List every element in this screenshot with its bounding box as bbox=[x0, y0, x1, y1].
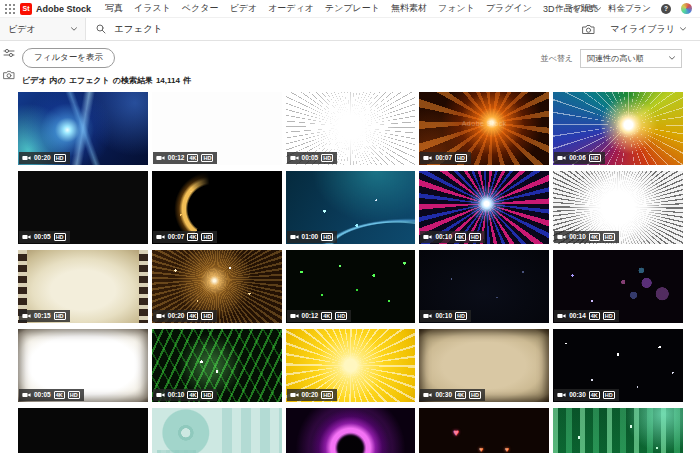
duration-text: 00:10 bbox=[435, 234, 452, 241]
duration-text: 00:12 bbox=[302, 313, 319, 320]
adobe-stock-logo-icon: St bbox=[20, 3, 32, 15]
video-tile-dense-sunburst[interactable]: 00:104KHD bbox=[553, 171, 683, 244]
video-tile-laser-burst[interactable]: 00:104KHD bbox=[419, 171, 549, 244]
video-camera-icon bbox=[423, 313, 432, 319]
duration-badge: 00:304KHD bbox=[554, 389, 619, 401]
searchbar-right: マイライブラリ bbox=[582, 23, 700, 36]
nav-item-ベクター[interactable]: ベクター bbox=[182, 2, 219, 15]
video-tile-green-specks[interactable]: 00:124KHD bbox=[286, 250, 416, 323]
sell-work-link[interactable]: 作品を販売 bbox=[555, 3, 598, 15]
quality-chip: HD bbox=[201, 312, 213, 320]
avatar[interactable] bbox=[681, 3, 692, 14]
quality-chip: 4K bbox=[589, 312, 600, 320]
quality-chip: HD bbox=[54, 312, 66, 320]
duration-badge: 00:124KHD bbox=[287, 310, 352, 322]
video-tile-black-frame2[interactable] bbox=[18, 408, 148, 453]
video-tile-starfield[interactable]: 00:304KHD bbox=[553, 329, 683, 402]
quality-chip: HD bbox=[54, 154, 66, 162]
video-tile-old-film[interactable]: 00:15HD bbox=[18, 250, 148, 323]
category-value: ビデオ bbox=[8, 23, 36, 36]
video-tile-purple-bokeh[interactable]: 00:144KHD bbox=[553, 250, 683, 323]
video-tile-matrix-green[interactable]: 00:104KHD bbox=[152, 329, 282, 402]
quality-chip: 4K bbox=[321, 312, 332, 320]
visual-search-camera-icon[interactable] bbox=[582, 24, 595, 35]
show-filters-button[interactable]: フィルターを表示 bbox=[22, 48, 115, 68]
video-tile-white-vignette[interactable]: 00:054KHD bbox=[18, 329, 148, 402]
nav-item-プラグイン[interactable]: プラグイン bbox=[486, 2, 532, 15]
video-tile-sepia-frame[interactable]: 00:304KHD bbox=[419, 329, 549, 402]
duration-badge: 00:05HD bbox=[19, 231, 70, 243]
video-tile-blue-waves[interactable]: 01:00HD bbox=[286, 171, 416, 244]
nav-item-写真[interactable]: 写真 bbox=[105, 2, 123, 15]
quality-chip: HD bbox=[469, 391, 481, 399]
video-tile-dark-dots[interactable]: 00:10HD bbox=[419, 250, 549, 323]
visual-search-camera-icon-small[interactable] bbox=[3, 70, 15, 80]
nav-item-オーディオ[interactable]: オーディオ bbox=[268, 2, 314, 15]
duration-badge: 00:10HD bbox=[420, 310, 471, 322]
quality-chip: HD bbox=[321, 233, 333, 241]
quality-chip: 4K bbox=[54, 391, 65, 399]
video-tile-green-curtain[interactable] bbox=[553, 408, 683, 453]
video-tile-gold-ring[interactable]: 00:074KHD bbox=[152, 171, 282, 244]
video-camera-icon bbox=[290, 392, 299, 398]
quality-chip: 4K bbox=[187, 233, 198, 241]
video-tile-white-blank[interactable]: 00:124KHD bbox=[152, 92, 282, 165]
category-dropdown[interactable]: ビデオ bbox=[0, 18, 86, 40]
pricing-link[interactable]: 料金プラン bbox=[608, 3, 651, 15]
video-camera-icon bbox=[156, 234, 165, 240]
quality-chip: HD bbox=[201, 154, 213, 162]
video-tile-teal-illustration[interactable] bbox=[152, 408, 282, 453]
duration-badge: 00:20HD bbox=[287, 389, 338, 401]
duration-text: 00:10 bbox=[168, 392, 185, 399]
nav-item-無料素材[interactable]: 無料素材 bbox=[391, 2, 427, 15]
video-camera-icon bbox=[156, 392, 165, 398]
video-camera-icon bbox=[423, 234, 432, 240]
video-camera-icon bbox=[22, 155, 31, 161]
help-icon[interactable]: ? bbox=[661, 4, 671, 14]
video-tile-rainbow-burst[interactable]: 00:06HD bbox=[553, 92, 683, 165]
duration-badge: 00:104KHD bbox=[153, 389, 218, 401]
duration-text: 01:00 bbox=[302, 234, 319, 241]
search-input[interactable] bbox=[112, 23, 582, 36]
duration-text: 00:06 bbox=[569, 155, 586, 162]
nav-item-テンプレート[interactable]: テンプレート bbox=[325, 2, 380, 15]
search-icon bbox=[96, 24, 106, 34]
sort-dropdown[interactable]: 関連性の高い順 bbox=[580, 49, 682, 68]
adobe-stock-logo[interactable]: St Adobe Stock bbox=[20, 3, 91, 15]
video-tile-yellow-burst[interactable]: 00:20HD bbox=[286, 329, 416, 402]
quality-chip: HD bbox=[603, 233, 615, 241]
quality-chip: 4K bbox=[589, 391, 600, 399]
nav-item-イラスト[interactable]: イラスト bbox=[134, 2, 171, 15]
duration-text: 00:05 bbox=[34, 234, 51, 241]
video-tile-black-frame[interactable]: 00:05HD bbox=[18, 171, 148, 244]
watermark: Adobe Stock bbox=[462, 119, 507, 126]
nav-item-3D[interactable]: 3D bbox=[543, 4, 555, 14]
app-grid-icon[interactable] bbox=[5, 4, 15, 14]
quality-chip: HD bbox=[54, 233, 66, 241]
video-tile-blue-lightning[interactable]: 00:20HD bbox=[18, 92, 148, 165]
duration-badge: 00:104KHD bbox=[554, 231, 619, 243]
video-tile-plasma-ring[interactable] bbox=[286, 408, 416, 453]
duration-text: 00:07 bbox=[435, 155, 452, 162]
video-tile-fire-burst[interactable]: Adobe Stock00:07HD bbox=[419, 92, 549, 165]
duration-text: 00:07 bbox=[168, 234, 185, 241]
sort-value: 関連性の高い順 bbox=[587, 53, 643, 64]
duration-text: 00:30 bbox=[435, 392, 452, 399]
filter-toggle-icon[interactable] bbox=[3, 48, 15, 58]
duration-badge: 00:074KHD bbox=[153, 231, 218, 243]
chevron-down-icon bbox=[680, 27, 686, 31]
nav-item-ビデオ[interactable]: ビデオ bbox=[230, 2, 258, 15]
video-camera-icon bbox=[156, 313, 165, 319]
video-camera-icon bbox=[22, 313, 31, 319]
left-rail bbox=[3, 48, 15, 80]
quality-chip: HD bbox=[603, 312, 615, 320]
quality-chip: HD bbox=[201, 233, 213, 241]
nav-item-フォント[interactable]: フォント bbox=[438, 2, 475, 15]
video-tile-gold-dust[interactable]: 00:204KHD bbox=[152, 250, 282, 323]
quality-chip: HD bbox=[321, 391, 333, 399]
video-tile-white-sunburst[interactable]: 00:05HD bbox=[286, 92, 416, 165]
duration-text: 00:20 bbox=[302, 392, 319, 399]
my-library-dropdown[interactable]: マイライブラリ bbox=[611, 23, 686, 36]
duration-badge: 00:054KHD bbox=[19, 389, 84, 401]
video-tile-neon-hearts[interactable] bbox=[419, 408, 549, 453]
